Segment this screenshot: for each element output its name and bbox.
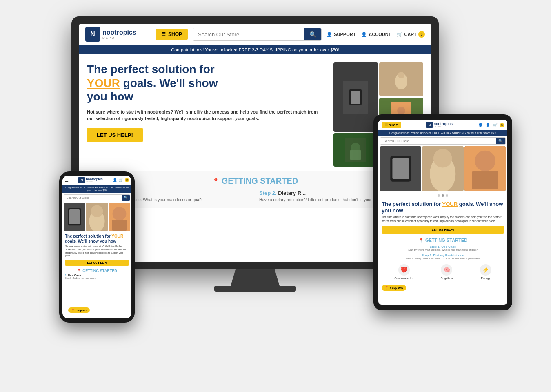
- account-nav[interactable]: 👤 ACCOUNT: [361, 32, 391, 37]
- phone-hero-images: [64, 203, 130, 231]
- phone-device: ☰ N nootropics depot 👤 🛒 3 Congratulatio…: [59, 172, 135, 323]
- svg-rect-20: [472, 171, 498, 189]
- tablet-hero-title: The perfect solution for YOUR goals. We'…: [382, 201, 504, 214]
- svg-rect-29: [112, 220, 127, 231]
- tablet-logo-sub: depot: [433, 126, 453, 128]
- tablet-cat-energy: ⚡ Energy: [480, 264, 491, 280]
- hero-cta-button[interactable]: LET US HELP!: [87, 128, 143, 142]
- support-nav[interactable]: 👤 SUPPORT: [327, 32, 355, 37]
- tablet-support-button[interactable]: ❓ ? Support: [382, 285, 406, 291]
- svg-rect-11: [350, 150, 361, 160]
- phone-nav-icons: 👤 🛒 3: [113, 178, 129, 182]
- hero-image-1: [333, 62, 378, 132]
- phone-cta-button[interactable]: LET US HELP!: [65, 260, 129, 266]
- phone-image-2: [86, 203, 108, 231]
- tablet-search-bar: 🔍: [380, 137, 506, 145]
- tablet-announcement: Congratulations! You've unlocked FREE 2-…: [378, 130, 507, 136]
- phone-image-3: [109, 203, 130, 231]
- tablet-categories: ❤️ Cardiovascular 🧠 Cognition ⚡ Energy: [378, 261, 507, 281]
- step2-title: Dietary R...: [278, 190, 306, 196]
- tablet-cart-icon: 🛒: [493, 123, 498, 127]
- phone-search-input[interactable]: [64, 195, 122, 201]
- tablet-logo-icon: N: [426, 122, 433, 128]
- phone-logo-icon: N: [78, 177, 85, 183]
- tablet-support-icon: ❓: [385, 286, 389, 289]
- hero-title: The perfect solution for YOUR goals. We'…: [87, 62, 325, 104]
- tablet-step-2: Step 2. Dietary Restrictions Have a diet…: [378, 252, 507, 261]
- phone-image-1: [64, 203, 85, 231]
- tablet-image-2: [422, 146, 463, 191]
- phone-cart-badge: 3: [125, 178, 129, 182]
- phone-header: ☰ N nootropics depot 👤 🛒 3: [62, 176, 131, 185]
- site-header: N nootropics DEPOT ☰ SHOP 🔍: [79, 24, 431, 45]
- svg-point-17: [433, 149, 452, 168]
- phone-hero-text: The perfect solution for YOUR goals. We'…: [62, 232, 131, 267]
- tablet-hamburger-icon: ☰: [385, 123, 388, 127]
- search-input[interactable]: [193, 28, 304, 40]
- tablet-image-1: [380, 146, 421, 191]
- logo-name: nootropics: [102, 29, 136, 36]
- dot-3: [446, 194, 448, 197]
- cardiovascular-icon: ❤️: [398, 264, 410, 276]
- location-pin-icon: 📍: [212, 178, 219, 185]
- energy-label: Energy: [481, 277, 490, 280]
- phone-getting-started-title: 📍 GETTING STARTED: [62, 267, 131, 273]
- announcement-bar: Congratulations! You've unlocked FREE 2-…: [79, 45, 431, 54]
- cognition-label: Cognition: [441, 277, 453, 280]
- phone-screen: ☰ N nootropics depot 👤 🛒 3 Congratulatio…: [62, 176, 131, 318]
- tablet-header: ☰ SHOP N nootropics depot 👤 👤 🛒 3: [378, 120, 507, 130]
- phone-person-icon: 👤: [113, 178, 117, 182]
- svg-rect-14: [392, 158, 409, 179]
- search-button[interactable]: 🔍: [304, 28, 321, 40]
- dot-1: [438, 194, 440, 197]
- tablet-step-1: Step 1. Use Case Start by finding your u…: [378, 244, 507, 252]
- svg-rect-2: [351, 91, 360, 104]
- phone-announcement: Congratulations! You've unlocked FREE 2-…: [62, 185, 131, 193]
- dots-indicator: [378, 193, 507, 198]
- nav-actions: 👤 SUPPORT 👤 ACCOUNT 🛒 CART 3: [327, 31, 425, 38]
- cart-nav[interactable]: 🛒 CART 3: [397, 31, 425, 38]
- scene: N nootropics DEPOT ☰ SHOP 🔍: [31, 16, 520, 376]
- logo-text: nootropics DEPOT: [102, 29, 136, 40]
- phone-support-icon: ❓: [71, 309, 74, 312]
- phone-cart-icon: 🛒: [119, 178, 123, 182]
- account-icon: 👤: [361, 32, 367, 37]
- monitor-base: [214, 286, 296, 292]
- svg-point-5: [398, 72, 404, 78]
- cognition-icon: 🧠: [441, 264, 452, 276]
- getting-started-title: 📍 GETTING STARTED: [87, 176, 423, 186]
- support-icon: 👤: [327, 32, 332, 37]
- phone-step1-desc: Start by finding your use case...: [65, 277, 129, 279]
- shop-button[interactable]: ☰ SHOP: [156, 29, 188, 40]
- tablet-screen: ☰ SHOP N nootropics depot 👤 👤 🛒 3: [378, 120, 507, 305]
- tablet-hero-desc: Not sure where to start with nootropics?…: [382, 215, 504, 223]
- dot-2: [442, 194, 444, 197]
- logo-sub: DEPOT: [102, 36, 136, 40]
- cart-badge: 3: [418, 31, 425, 38]
- phone-hero-title: The perfect solution for YOUR goals. We'…: [65, 234, 129, 244]
- tablet-getting-started-title: 📍 GETTING STARTED: [378, 236, 507, 244]
- tablet-step1-title: Step 1. Use Case: [382, 245, 504, 249]
- tablet-step1-desc: Start by finding your use case. What is …: [382, 249, 504, 251]
- tablet-account-icon: 👤: [485, 123, 490, 127]
- tablet-search-button[interactable]: 🔍: [496, 138, 505, 144]
- tablet-cat-cardiovascular: ❤️ Cardiovascular: [394, 264, 413, 280]
- tablet-nav-icons: 👤 👤 🛒 3: [478, 123, 504, 127]
- tablet-shop-button[interactable]: ☰ SHOP: [382, 122, 401, 128]
- phone-search-button[interactable]: 🔍: [122, 195, 130, 201]
- tablet-step2-desc: Have a dietary restriction? Filter out p…: [382, 257, 504, 260]
- phone-location-pin-icon: 📍: [77, 269, 81, 273]
- phone-logo: N nootropics depot: [78, 177, 102, 183]
- phone-search-bar: 🔍: [64, 194, 130, 201]
- svg-point-7: [397, 107, 405, 115]
- tablet-person-icon: 👤: [478, 123, 483, 127]
- phone-support-button[interactable]: ❓ ? Support: [68, 307, 90, 313]
- svg-point-19: [475, 151, 495, 172]
- tablet-cta-button[interactable]: LET US HELP!: [382, 226, 504, 234]
- phone-menu-icon[interactable]: ☰: [65, 178, 69, 183]
- tablet-search-input[interactable]: [380, 138, 496, 144]
- phone-logo-sub: depot: [86, 181, 102, 183]
- tablet-logo: N nootropics depot: [426, 122, 453, 128]
- tablet-hero-images: [380, 146, 506, 191]
- energy-icon: ⚡: [480, 264, 491, 276]
